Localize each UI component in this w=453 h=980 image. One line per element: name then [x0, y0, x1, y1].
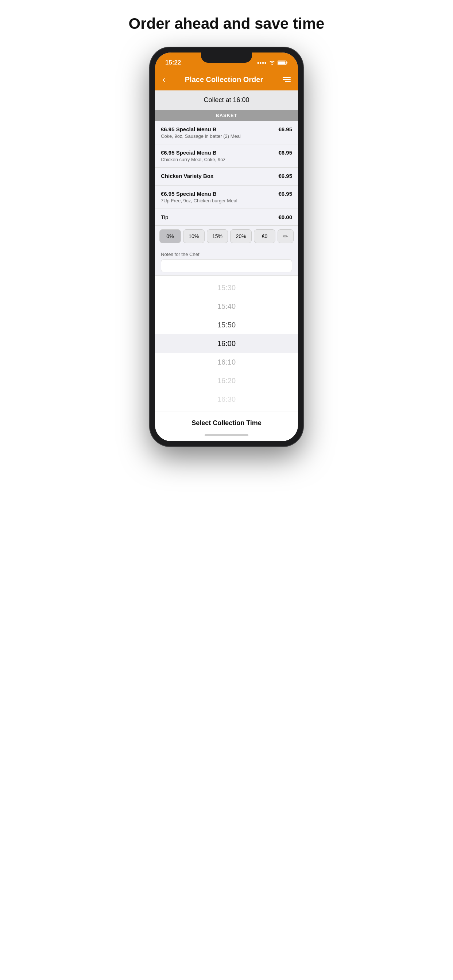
- order-item-1: €6.95 Special Menu B Coke, 9oz, Sausage …: [155, 121, 298, 145]
- wifi-icon: [269, 60, 275, 65]
- item-1-details: €6.95 Special Menu B Coke, 9oz, Sausage …: [161, 126, 278, 139]
- svg-rect-1: [278, 62, 286, 64]
- back-button[interactable]: ‹: [162, 75, 165, 84]
- menu-line-3: [285, 81, 291, 82]
- time-option-1540[interactable]: 15:40: [155, 297, 298, 316]
- basket-header: BASKET: [155, 110, 298, 121]
- home-indicator: [155, 431, 298, 441]
- menu-line-1: [283, 77, 291, 78]
- item-2-name: €6.95 Special Menu B: [161, 150, 274, 156]
- order-item-3: Chicken Variety Box €6.95: [155, 168, 298, 186]
- order-item-2: €6.95 Special Menu B Chicken curry Meal,…: [155, 145, 298, 168]
- order-item-4: €6.95 Special Menu B 7Up Free, 9oz, Chic…: [155, 186, 298, 209]
- phone-screen: 15:22 ●●●● ‹ Place Collection Order: [155, 52, 298, 441]
- tip-amount: €0.00: [278, 214, 292, 220]
- page-headline: Order ahead and save time: [129, 14, 325, 33]
- item-4-price: €6.95: [278, 191, 292, 197]
- item-3-price: €6.95: [278, 173, 292, 179]
- time-option-1530[interactable]: 15:30: [155, 278, 298, 297]
- notes-label: Notes for the Chef: [161, 251, 292, 257]
- time-option-1630[interactable]: 16:30: [155, 390, 298, 409]
- item-2-details: €6.95 Special Menu B Chicken curry Meal,…: [161, 150, 278, 162]
- time-picker: 15:30 15:40 15:50 16:00 16:10 16:20 16:3…: [155, 275, 298, 412]
- header-title: Place Collection Order: [165, 75, 283, 84]
- time-picker-list: 15:30 15:40 15:50 16:00 16:10 16:20 16:3…: [155, 275, 298, 412]
- item-3-name: Chicken Variety Box: [161, 173, 274, 179]
- time-option-1620[interactable]: 16:20: [155, 372, 298, 390]
- item-4-desc: 7Up Free, 9oz, Chicken burger Meal: [161, 198, 274, 204]
- svg-rect-2: [287, 62, 288, 64]
- order-items: €6.95 Special Menu B Coke, 9oz, Sausage …: [155, 121, 298, 209]
- tip-btn-20[interactable]: 20%: [230, 229, 252, 243]
- select-collection-time-button[interactable]: Select Collection Time: [161, 419, 292, 427]
- tip-btn-custom[interactable]: €0: [254, 229, 275, 243]
- status-icons: ●●●●: [257, 60, 288, 65]
- item-2-desc: Chicken curry Meal, Coke, 9oz: [161, 157, 274, 162]
- tip-btn-15[interactable]: 15%: [207, 229, 228, 243]
- status-time: 15:22: [165, 59, 181, 66]
- item-3-details: Chicken Variety Box: [161, 173, 278, 180]
- home-bar: [205, 434, 248, 436]
- tip-label: Tip: [161, 214, 168, 220]
- notch: [201, 52, 252, 63]
- item-2-price: €6.95: [278, 150, 292, 156]
- time-option-1550[interactable]: 15:50: [155, 316, 298, 334]
- tip-btn-0[interactable]: 0%: [160, 229, 181, 243]
- tip-row: Tip €0.00: [155, 209, 298, 226]
- phone-shell: 15:22 ●●●● ‹ Place Collection Order: [150, 48, 303, 446]
- battery-icon: [278, 60, 288, 65]
- signal-icon: ●●●●: [257, 60, 266, 65]
- item-1-price: €6.95: [278, 126, 292, 132]
- collect-banner: Collect at 16:00: [155, 91, 298, 110]
- bottom-action: Select Collection Time: [155, 412, 298, 431]
- tip-edit-button[interactable]: ✏: [278, 229, 293, 243]
- item-1-desc: Coke, 9oz, Sausage in batter (2) Meal: [161, 134, 274, 139]
- notes-section: Notes for the Chef: [155, 247, 298, 275]
- item-4-name: €6.95 Special Menu B: [161, 191, 274, 197]
- menu-line-2: [283, 79, 291, 80]
- app-header: ‹ Place Collection Order: [155, 71, 298, 91]
- pencil-icon: ✏: [283, 233, 288, 240]
- time-option-1610[interactable]: 16:10: [155, 353, 298, 372]
- item-4-details: €6.95 Special Menu B 7Up Free, 9oz, Chic…: [161, 191, 278, 204]
- notes-input[interactable]: [161, 259, 292, 272]
- time-option-1600[interactable]: 16:00: [155, 334, 298, 353]
- tip-btn-10[interactable]: 10%: [183, 229, 205, 243]
- menu-button[interactable]: [283, 77, 291, 82]
- item-1-name: €6.95 Special Menu B: [161, 126, 274, 132]
- tip-buttons: 0% 10% 15% 20% €0 ✏: [155, 226, 298, 247]
